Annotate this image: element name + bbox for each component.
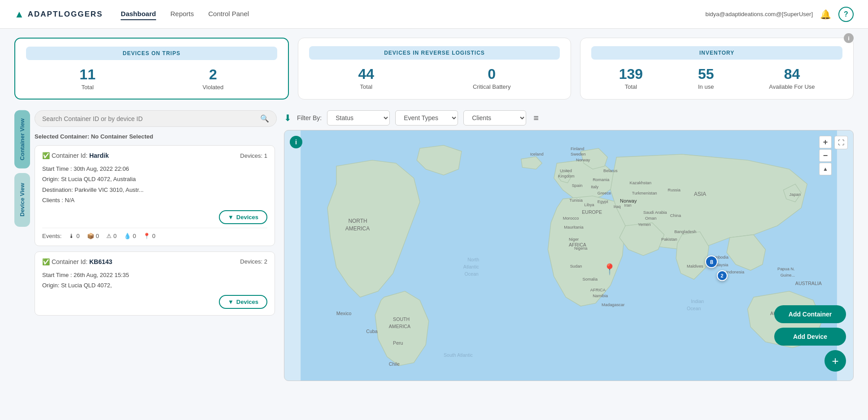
svg-text:Kingdom: Kingdom (558, 174, 575, 178)
svg-text:Turkmenistan: Turkmenistan (632, 191, 657, 195)
tab-device-view[interactable]: Device View (14, 173, 30, 227)
main-content: i DEVICES ON TRIPS 11 Total 2 Violated D… (0, 29, 868, 390)
selected-container-key: Selected Container: (35, 133, 89, 140)
content-area: Container View Device View 🔍 Selected Co… (14, 110, 854, 381)
right-panel: ⬇ Filter By: Status Active Inactive Even… (284, 110, 854, 381)
stat-number-total-reverse: 44 (358, 66, 375, 82)
nav-control-panel[interactable]: Control Panel (208, 8, 249, 20)
svg-text:Bangladesh: Bangladesh (674, 229, 696, 234)
side-tabs: Container View Device View (14, 110, 30, 381)
help-button[interactable]: ? (838, 7, 854, 22)
stat-label-available: Available For Use (769, 83, 815, 90)
logo: ▲ ADAPTLOGGERS (14, 9, 103, 20)
devices-button-kb6143[interactable]: ▼ Devices (219, 295, 267, 309)
nav-links: Dashboard Reports Control Panel (121, 8, 705, 20)
svg-text:Maldives: Maldives (687, 264, 703, 268)
stats-row: DEVICES ON TRIPS 11 Total 2 Violated DEV… (14, 38, 854, 100)
start-time-hardik: Start Time : 30th Aug, 2022 22:06 (42, 164, 267, 174)
stat-label-total-reverse: Total (358, 83, 375, 90)
stat-label-total-trips: Total (79, 84, 96, 91)
devices-btn-label: Devices (236, 214, 258, 221)
svg-text:Mauritania: Mauritania (564, 225, 584, 229)
stat-label-violated: Violated (203, 84, 224, 91)
chevron-down-icon: ▼ (228, 214, 234, 221)
map-expand-button[interactable]: ⛶ (834, 136, 848, 149)
stat-body-trips: 11 Total 2 Violated (26, 66, 277, 91)
svg-text:Atlantic: Atlantic (463, 264, 479, 269)
tab-container-view[interactable]: Container View (14, 110, 30, 169)
svg-text:Ocean: Ocean (687, 306, 701, 311)
add-device-button[interactable]: Add Device (774, 328, 846, 346)
container-card-header-kb6143: ✅ Container Id: KB6143 Devices: 2 (42, 258, 267, 265)
svg-text:Indonesia: Indonesia (726, 270, 745, 274)
svg-text:Chile: Chile (389, 361, 400, 367)
nav-dashboard[interactable]: Dashboard (121, 8, 156, 20)
events-label-hardik: Events: (42, 233, 61, 239)
search-input[interactable] (42, 115, 260, 122)
event-drop-hardik: 💧 0 (124, 233, 136, 239)
fab-plus-button[interactable]: + (824, 350, 846, 372)
devices-count-kb6143: Devices: 2 (240, 258, 267, 265)
svg-text:South Atlantic: South Atlantic (444, 352, 473, 358)
svg-text:Kazakhstan: Kazakhstan (630, 181, 652, 185)
add-container-button[interactable]: Add Container (774, 305, 846, 323)
svg-text:Indian: Indian (691, 299, 704, 304)
stat-label-in-use: In use (698, 83, 714, 90)
stat-total-reverse: 44 Total (358, 66, 375, 90)
container-id-hardik: Hardik (89, 152, 109, 159)
map-info-button[interactable]: i (290, 136, 302, 148)
container-card-kb6143: ✅ Container Id: KB6143 Devices: 2 Start … (35, 251, 275, 316)
stat-label-critical-battery: Critical Battery (473, 83, 511, 90)
svg-text:Spain: Spain (572, 183, 583, 188)
left-panel: 🔍 Selected Container: No Container Selec… (35, 110, 277, 381)
svg-text:Greece: Greece (598, 191, 611, 195)
event-box-hardik: 📦 0 (87, 233, 99, 239)
stat-card-reverse-logistics: DEVICES IN REVERSE LOGISTICS 44 Total 0 … (298, 38, 571, 100)
nav-right: bidya@adaptideations.com@[SuperUser] 🔔 ? (705, 7, 854, 22)
user-text: bidya@adaptideations.com@[SuperUser] (705, 11, 813, 17)
download-icon[interactable]: ⬇ (284, 113, 292, 123)
svg-text:Iceland: Iceland (530, 152, 544, 156)
origin-kb6143: Origin: St Lucia QLD 4072, (42, 280, 267, 290)
map-marker-2[interactable]: 2 (717, 270, 728, 281)
svg-text:ASIA: ASIA (694, 191, 706, 197)
event-temp-hardik: 🌡 0 (69, 233, 79, 239)
search-icon: 🔍 (260, 114, 269, 123)
stat-total-inventory: 139 Total (619, 66, 643, 90)
container-info-kb6143: Start Time : 26th Aug, 2022 15:35 Origin… (42, 270, 267, 291)
nav-reports[interactable]: Reports (170, 8, 194, 20)
map-location-pin: 📍 (603, 263, 616, 276)
menu-icon[interactable]: ≡ (533, 113, 539, 123)
stat-card-devices-on-trips: DEVICES ON TRIPS 11 Total 2 Violated (14, 38, 289, 100)
event-types-filter[interactable]: Event Types Temperature Shock (395, 110, 458, 126)
svg-text:AUSTRALIA: AUSTRALIA (795, 281, 822, 286)
notification-bell[interactable]: 🔔 (820, 9, 831, 20)
start-time-kb6143: Start Time : 26th Aug, 2022 15:35 (42, 270, 267, 280)
stat-body-inventory: 139 Total 55 In use 84 Available For Use (591, 66, 842, 90)
container-card-header-hardik: ✅ Container Id: Hardik Devices: 1 (42, 152, 267, 159)
stat-number-total-trips: 11 (79, 66, 96, 83)
svg-text:Oman: Oman (645, 216, 656, 221)
map-fab-container: Add Container Add Device + (774, 305, 846, 372)
stat-violated-trips: 2 Violated (203, 66, 224, 91)
svg-text:Russia: Russia (668, 188, 681, 192)
stat-in-use: 55 In use (698, 66, 714, 90)
zoom-in-button[interactable]: + (819, 136, 832, 148)
container-id-kb6143: KB6143 (89, 258, 112, 265)
zoom-out-button[interactable]: − (819, 149, 832, 162)
svg-text:Guine...: Guine... (781, 273, 795, 277)
status-filter[interactable]: Status Active Inactive (327, 110, 390, 126)
map-container: NORTH AMERICA SOUTH AMERICA EUROPE AFRIC… (284, 130, 854, 381)
clients-filter[interactable]: Clients Client A Client B (463, 110, 526, 126)
svg-text:AMERICA: AMERICA (389, 324, 411, 329)
compass-button[interactable]: ▲ (819, 163, 832, 175)
svg-text:Cuba: Cuba (366, 329, 377, 334)
svg-text:Papua N.: Papua N. (777, 267, 795, 271)
info-icon-top[interactable]: i (844, 33, 854, 43)
svg-text:Yemen: Yemen (638, 222, 651, 227)
devices-button-hardik[interactable]: ▼ Devices (219, 210, 267, 224)
events-row-hardik: Events: 🌡 0 📦 0 ⚠ 0 💧 0 📍 0 (42, 228, 267, 239)
svg-text:Sudan: Sudan (570, 264, 582, 268)
verified-icon-hardik: ✅ (42, 152, 50, 159)
destination-hardik: Destination: Parkville VIC 3010, Austr..… (42, 185, 267, 195)
